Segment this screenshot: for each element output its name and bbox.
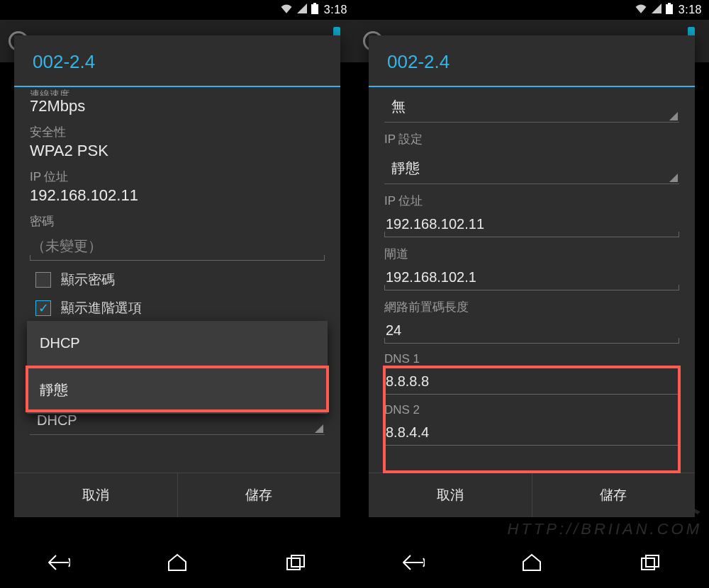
home-icon[interactable] [163, 548, 191, 577]
gateway-input[interactable]: 192.168.102.1 [384, 265, 679, 290]
dropdown-option-dhcp[interactable]: DHCP [27, 321, 328, 366]
show-advanced-label: 顯示進階選項 [61, 299, 142, 317]
prefix-length-label: 網路前置碼長度 [384, 299, 679, 315]
wifi-dialog: 002-2.4 連線速度 72Mbps 安全性 WPA2 PSK IP 位址 1… [14, 35, 340, 517]
ip-address-value: 192.168.102.11 [30, 186, 325, 205]
phone-right: 3:18 重灌狂人 HTTP://BRIIAN.COM 002-2.4 無 IP… [354, 0, 709, 588]
link-speed-label: 連線速度 [30, 89, 325, 96]
show-advanced-checkbox[interactable] [35, 300, 51, 316]
ip-address-label: IP 位址 [384, 193, 679, 209]
svg-rect-7 [646, 555, 659, 567]
status-bar: 3:18 [0, 0, 354, 20]
gateway-label: 閘道 [384, 246, 679, 262]
signal-icon [652, 4, 661, 16]
phone-left: 3:18 002-2.4 連線速度 72Mbps 安全性 WPA2 PSK IP… [0, 0, 354, 588]
dropdown-option-static[interactable]: 靜態 [27, 366, 328, 414]
dialog-title: 002-2.4 [369, 35, 695, 86]
password-label: 密碼 [30, 213, 325, 230]
back-icon[interactable] [399, 548, 428, 577]
nav-bar [0, 537, 354, 588]
wifi-icon [635, 4, 647, 16]
recent-icon[interactable] [636, 548, 664, 577]
cancel-button[interactable]: 取消 [14, 473, 177, 517]
prefix-length-input[interactable]: 24 [384, 318, 679, 344]
svg-rect-2 [287, 558, 300, 570]
cancel-button[interactable]: 取消 [369, 473, 532, 517]
proxy-spinner[interactable]: 無 [384, 90, 679, 123]
watermark-url: HTTP://BRIIAN.COM [507, 520, 702, 538]
status-bar: 3:18 [354, 0, 709, 20]
home-icon[interactable] [518, 548, 546, 577]
signal-icon [297, 4, 307, 16]
dialog-body[interactable]: 無 IP 設定 靜態 IP 位址 192.168.102.11 閘道 192.1… [369, 87, 695, 473]
show-advanced-row[interactable]: 顯示進階選項 [35, 299, 325, 317]
back-icon[interactable] [45, 548, 73, 577]
battery-icon [666, 3, 673, 17]
svg-rect-1 [311, 4, 318, 14]
link-speed-value: 72Mbps [30, 97, 325, 115]
save-button[interactable]: 儲存 [532, 473, 696, 517]
save-button[interactable]: 儲存 [177, 473, 341, 517]
clock-text: 3:18 [324, 4, 347, 16]
wifi-icon [280, 4, 293, 16]
svg-rect-0 [313, 3, 316, 4]
svg-rect-4 [668, 3, 671, 4]
dialog-button-bar: 取消 儲存 [14, 473, 340, 517]
security-label: 安全性 [30, 124, 325, 140]
svg-rect-6 [642, 558, 654, 570]
show-password-checkbox[interactable] [35, 272, 51, 288]
show-password-label: 顯示密碼 [61, 271, 115, 289]
password-input[interactable]: （未變更） [30, 232, 325, 261]
ip-settings-spinner[interactable]: 靜態 [384, 152, 679, 184]
clock-text: 3:18 [679, 4, 702, 16]
ip-address-label: IP 位址 [30, 169, 325, 185]
security-value: WPA2 PSK [30, 142, 325, 160]
nav-bar [354, 537, 709, 588]
dns2-input[interactable]: 8.8.4.4 [384, 420, 679, 446]
dns1-label: DNS 1 [384, 352, 679, 366]
battery-icon [311, 3, 318, 17]
dialog-button-bar: 取消 儲存 [369, 473, 695, 517]
svg-rect-3 [291, 555, 304, 567]
recent-icon[interactable] [281, 548, 310, 577]
dns1-input[interactable]: 8.8.8.8 [384, 369, 679, 395]
ip-address-input[interactable]: 192.168.102.11 [384, 212, 679, 237]
dns2-label: DNS 2 [384, 403, 679, 417]
dialog-body[interactable]: 連線速度 72Mbps 安全性 WPA2 PSK IP 位址 192.168.1… [14, 87, 340, 473]
wifi-dialog: 002-2.4 無 IP 設定 靜態 IP 位址 192.168.102.11 … [369, 35, 695, 517]
show-password-row[interactable]: 顯示密碼 [35, 271, 325, 289]
ip-settings-dropdown: DHCP 靜態 [27, 321, 328, 414]
dialog-title: 002-2.4 [14, 35, 340, 86]
ip-settings-label: IP 設定 [384, 131, 679, 147]
svg-rect-5 [666, 4, 673, 14]
